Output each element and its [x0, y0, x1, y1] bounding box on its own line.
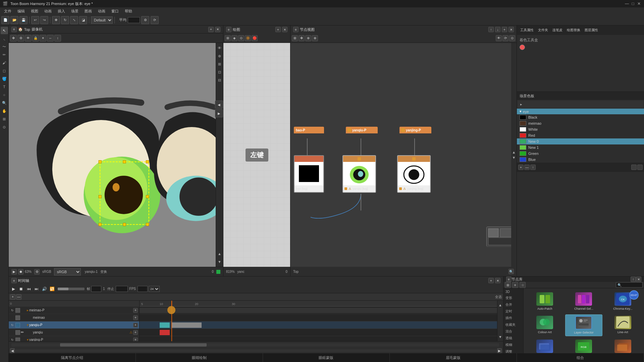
zoom-tool[interactable]: 🔍 [1, 99, 8, 107]
move-btn[interactable]: ✥ [52, 16, 60, 24]
node-tb2[interactable]: ✥ [299, 35, 305, 41]
node-yanjing-p[interactable]: yanjing-P [399, 127, 431, 133]
node-bao-tvg[interactable]: bao [tvg] [294, 155, 324, 193]
zoom-input[interactable]: 10 [128, 17, 140, 23]
play-btn[interactable]: ▶ [10, 286, 17, 292]
node-cluster[interactable] [486, 227, 513, 247]
graph-tb4[interactable]: 🔆 [245, 35, 251, 41]
node-yanqiu-tvg[interactable]: ⚠ yanqiu [tvg] [342, 155, 376, 193]
effect-colour-art[interactable]: Colour-Art [526, 314, 563, 337]
effects-tb2[interactable]: ≡ [512, 282, 518, 288]
cam-scroll-up[interactable]: ▲ [216, 250, 223, 257]
graph-menu-btn[interactable]: ≡ [226, 27, 231, 32]
color-row-green[interactable]: Green [517, 150, 644, 157]
color-row-new1[interactable]: New 1 [517, 144, 644, 150]
menu-drawing[interactable]: 图画 [82, 8, 95, 14]
paint-tool[interactable]: 🪣 [1, 75, 8, 82]
keyframe-red[interactable] [160, 330, 170, 335]
vis-icon1[interactable] [15, 308, 20, 313]
layer-hscrollbar[interactable] [15, 349, 496, 352]
node-menu-btn[interactable]: ≡ [293, 27, 299, 32]
camera-add-btn[interactable]: + [208, 27, 214, 32]
node-nav-up[interactable]: ▲ [512, 150, 516, 155]
track-meimao[interactable] [140, 314, 497, 321]
cam-tool5[interactable]: ✕ [40, 35, 46, 42]
node-collapse-btn[interactable]: ↓ [495, 27, 500, 32]
palette-remove-btn[interactable]: — [524, 165, 530, 170]
cam-3d-btn[interactable]: ⊡ [216, 68, 223, 76]
node-tb1[interactable]: ⊞ [292, 35, 298, 41]
track-yanqiu-p[interactable] [140, 321, 497, 329]
cam-play-btn[interactable]: ▶ [11, 269, 17, 275]
refresh-btn[interactable]: ⟳ [151, 16, 159, 24]
color-row-blue[interactable]: Blue [517, 157, 644, 163]
skew-btn[interactable]: ◪ [79, 16, 87, 24]
graph-tb5[interactable]: 🔴 [252, 35, 258, 41]
menu-view[interactable]: 视图 [28, 8, 41, 14]
cam-eye-btn[interactable]: 👁 [216, 44, 223, 52]
tab-layer-props[interactable]: 图层属性 [583, 27, 600, 33]
cam-settings2[interactable]: ⚙ [34, 269, 40, 275]
stop-btn[interactable]: ⏹ [18, 286, 24, 292]
track-nav-up[interactable]: ▲ [497, 301, 503, 309]
color-row-new0[interactable]: New 0 [517, 138, 644, 144]
cat-3d[interactable]: 3D [503, 289, 523, 295]
audio-btn[interactable]: 🔊 [41, 286, 48, 292]
menu-edit[interactable]: 编辑 [15, 8, 28, 14]
cam-tool7[interactable]: ↕ [54, 35, 61, 42]
eraser-tool[interactable]: ◻ [1, 67, 8, 74]
node-view[interactable]: bao-P yanqiu-P [290, 43, 517, 267]
menu-insert[interactable]: 插入 [55, 8, 68, 14]
node-tb3[interactable]: ⊕ [305, 35, 311, 41]
menu-help[interactable]: 帮助 [122, 8, 135, 14]
fps-input[interactable]: 24 [138, 286, 148, 292]
node-tb5[interactable]: 👁 [496, 35, 502, 41]
cam-scroll-down[interactable]: ▼ [216, 258, 223, 265]
tab-combine[interactable]: 组合 [517, 353, 644, 362]
color-row-red[interactable]: Red [517, 132, 644, 138]
cat-deform[interactable]: 变形 [503, 295, 523, 301]
shape-tool[interactable]: ○ [1, 91, 8, 99]
new-btn[interactable]: 📄 [1, 16, 9, 24]
layer-scroll-left[interactable]: ◀ [10, 348, 15, 353]
graph-tb2[interactable]: ◈ [231, 35, 237, 41]
palette-up-btn[interactable]: ↑ [530, 165, 536, 170]
node-tb6[interactable]: ⟳ [502, 35, 508, 41]
layer-row-yanqiu-p[interactable]: ↻ ▾ yanqiu-P + [9, 321, 139, 329]
tab-tool-props[interactable]: 工具属性 [518, 27, 536, 33]
tab-eye-mask[interactable]: 眼眶蒙版 [263, 353, 390, 362]
graph-add-btn[interactable]: + [275, 27, 281, 32]
effects-tb1[interactable]: ⊞ [505, 282, 511, 288]
track-nav-down[interactable]: ▼ [497, 333, 503, 341]
tab-eye-draw[interactable]: 眼睛绘制 [136, 353, 263, 362]
graph-nav-right[interactable]: ▶ [215, 109, 223, 117]
cam-tool2[interactable]: ⚙ [17, 35, 24, 42]
close-btn[interactable]: ✕ [637, 1, 641, 6]
tab-folder[interactable]: 文件夹 [536, 27, 550, 33]
effects-expand-btn[interactable]: ↑ [631, 277, 636, 282]
cat-filter[interactable]: 透镜 [503, 335, 523, 342]
current-frame-input[interactable]: 7 [91, 286, 101, 292]
node-tb4[interactable]: ⊗ [312, 35, 318, 41]
cat-blend[interactable]: 混合 [503, 328, 523, 335]
scrubber-bar[interactable] [58, 288, 85, 290]
save-btn[interactable]: 💾 [19, 16, 28, 24]
color-row-white[interactable]: White [517, 126, 644, 132]
node-bao-p[interactable]: bao-P [294, 127, 324, 133]
menu-scene[interactable]: 场景 [68, 8, 81, 14]
fps-preset-select[interactable]: 24 30 [149, 286, 160, 292]
effects-search[interactable] [616, 282, 643, 288]
effect-channel-sel[interactable]: Channel-Sel... [565, 291, 602, 312]
node-close-btn[interactable]: ✕ [508, 27, 514, 32]
color-row-black[interactable]: Black [517, 114, 644, 120]
eye-scene-item[interactable]: ▾ eye [517, 109, 644, 114]
tab-stroke[interactable]: 连笔皮 [550, 27, 565, 33]
vis-icon2[interactable] [15, 315, 20, 320]
keyframe-teal[interactable] [160, 322, 170, 328]
pencil-tool[interactable]: ✏ [1, 51, 8, 58]
timeline-menu-btn[interactable]: ≡ [11, 278, 17, 283]
graph-tb3[interactable]: ⊙ [238, 35, 244, 41]
transform-tool[interactable]: ⊞ [1, 115, 8, 123]
effect-layer-selector[interactable]: Layer-Selector [565, 314, 602, 337]
layer-add3[interactable]: + [133, 323, 138, 327]
